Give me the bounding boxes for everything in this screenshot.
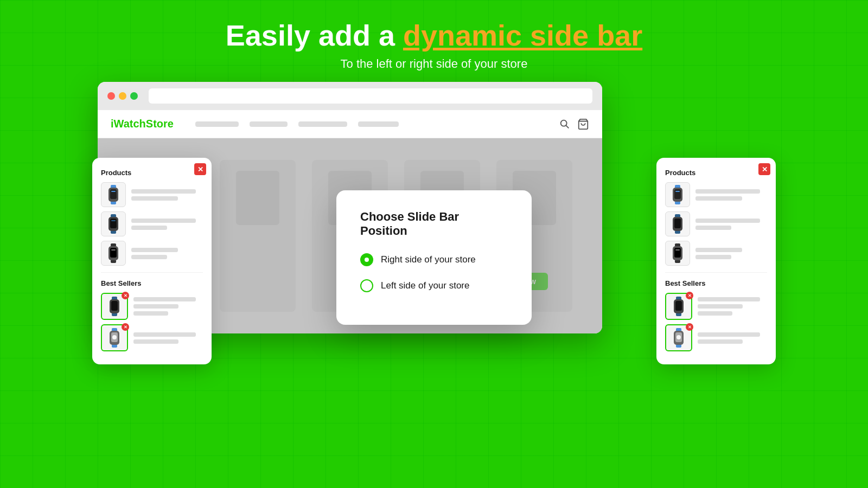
left-sidebar-close-button[interactable]: ✕ (194, 163, 206, 175)
left-best-sellers-title: Best Sellers (101, 279, 203, 287)
right-best-sellers-title: Best Sellers (665, 279, 767, 287)
svg-rect-6 (110, 189, 117, 199)
right-bs-remove-2[interactable]: ✕ (686, 323, 693, 331)
left-products-title: Products (101, 169, 203, 177)
left-product-line-1a (131, 189, 196, 194)
header-title-highlight: dynamic side bar (403, 19, 642, 52)
right-watch-icon-2 (669, 214, 686, 234)
left-product-item-3 (101, 241, 203, 266)
nav-link-3 (298, 121, 347, 127)
page-wrapper: Easily add a dynamic side bar To the lef… (0, 0, 868, 488)
left-divider (101, 272, 203, 273)
svg-rect-44 (675, 301, 682, 311)
left-product-line-2b (131, 226, 167, 230)
left-bs-line-2a (133, 332, 196, 337)
svg-point-49 (676, 335, 681, 339)
modal-wrapper: Choose Slide Bar Position Right side of … (336, 190, 532, 325)
store-logo: iWatchStore (111, 118, 174, 130)
right-product-img-1 (665, 182, 690, 207)
slide-bar-position-modal: Choose Slide Bar Position Right side of … (336, 190, 532, 325)
right-product-item-3 (665, 241, 767, 266)
left-product-item-1 (101, 182, 203, 207)
svg-rect-31 (675, 191, 680, 192)
svg-rect-16 (110, 248, 117, 258)
right-product-item-1 (665, 182, 767, 207)
right-watch-icon-1 (669, 185, 686, 204)
radio-option-right[interactable]: Right side of your store (360, 253, 508, 266)
left-bs-item-2: ✕ (101, 324, 203, 351)
right-product-img-3 (665, 241, 690, 266)
svg-rect-12 (111, 220, 116, 221)
right-product-line-1b (695, 196, 742, 201)
right-product-img-2 (665, 211, 690, 236)
right-watch-icon-3 (669, 243, 686, 263)
left-bs-line-2b (133, 339, 178, 344)
right-product-line-3b (695, 255, 731, 259)
scene-wrapper: iWatchStore (98, 82, 770, 333)
browser-titlebar (98, 82, 602, 110)
svg-rect-39 (674, 248, 681, 258)
left-product-img-3 (101, 241, 126, 266)
header-title: Easily add a dynamic side bar (226, 20, 642, 52)
right-bs-line-1b (698, 304, 743, 309)
left-bs-info-1 (133, 297, 203, 316)
store-logo-text: iWatch (111, 118, 146, 130)
right-bs-info-1 (698, 297, 767, 316)
header: Easily add a dynamic side bar To the lef… (226, 0, 642, 71)
right-bs-remove-1[interactable]: ✕ (686, 292, 693, 299)
left-watch-icon-3 (105, 243, 122, 263)
store-nav-links (195, 121, 399, 127)
left-product-info-3 (131, 248, 203, 259)
header-subtitle: To the left or right side of your store (226, 57, 642, 71)
right-bs-img-1: ✕ (665, 293, 692, 320)
nav-link-4 (358, 121, 399, 127)
left-product-info-1 (131, 189, 203, 201)
svg-rect-30 (674, 189, 681, 199)
right-bs-item-1: ✕ (665, 293, 767, 320)
right-bs-watch-2 (671, 328, 687, 348)
left-product-line-2a (131, 219, 196, 223)
right-product-item-2 (665, 211, 767, 236)
dot-green-mac (130, 92, 138, 100)
radio-circle-left (360, 279, 373, 292)
browser-addressbar (149, 88, 592, 104)
left-watch-icon-2 (105, 214, 122, 234)
left-bs-info-2 (133, 332, 203, 344)
right-product-line-2a (695, 219, 760, 223)
left-bs-line-1a (133, 297, 196, 301)
right-product-info-1 (695, 189, 767, 201)
left-product-line-3a (131, 248, 178, 252)
radio-circle-right (360, 253, 373, 266)
browser-dots (107, 92, 138, 100)
dot-red (107, 92, 115, 100)
right-bs-line-2a (698, 332, 760, 337)
right-product-line-3a (695, 248, 742, 252)
left-product-info-2 (131, 219, 203, 230)
svg-rect-7 (111, 191, 116, 192)
store-navbar: iWatchStore (98, 110, 602, 138)
right-bs-line-1c (698, 311, 732, 316)
nav-link-1 (195, 121, 239, 127)
right-bs-info-2 (698, 332, 767, 344)
cart-icon (577, 118, 589, 130)
right-product-info-2 (695, 219, 767, 230)
svg-line-1 (566, 125, 569, 128)
right-products-title: Products (665, 169, 767, 177)
radio-option-left[interactable]: Left side of your store (360, 279, 508, 292)
right-bs-img-2: ✕ (665, 324, 692, 351)
left-bs-item-1: ✕ (101, 293, 203, 320)
left-bs-line-1b (133, 304, 178, 309)
modal-title: Choose Slide Bar Position (360, 210, 508, 238)
left-bs-img-2: ✕ (101, 324, 128, 351)
left-bs-remove-1[interactable]: ✕ (122, 292, 129, 299)
right-sidebar-close-button[interactable]: ✕ (758, 163, 770, 175)
left-watch-icon-1 (105, 185, 122, 204)
right-divider (665, 272, 767, 273)
right-product-line-1a (695, 189, 760, 194)
left-sidebar-panel: ✕ Products (92, 158, 212, 364)
left-bs-watch-1 (106, 297, 123, 316)
search-icon (559, 118, 571, 130)
svg-rect-17 (111, 249, 116, 251)
left-bs-remove-2[interactable]: ✕ (122, 323, 129, 331)
left-bs-line-1c (133, 311, 168, 316)
